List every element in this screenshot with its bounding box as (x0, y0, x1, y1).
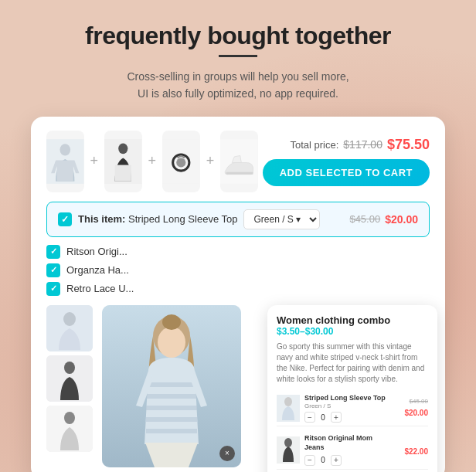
selected-item-label: This item: Striped Long Sleeve Top (78, 213, 237, 225)
selected-old-price: $45.00 (349, 213, 380, 225)
svg-point-18 (162, 314, 181, 330)
new-total-price: $75.50 (387, 137, 430, 153)
products-row: + + + (46, 131, 430, 192)
selected-item-prices: $45.00 $20.00 (349, 213, 418, 226)
old-total-price: $117.00 (343, 138, 382, 151)
svg-point-7 (176, 158, 185, 167)
main-product-image: × (102, 305, 241, 467)
selected-new-price: $20.00 (385, 213, 418, 226)
plus-icon-2: + (147, 153, 158, 169)
combo-item-name-2: Ritson Original Mom Jeans (304, 434, 393, 452)
combo-price-range: $3.50–$30.00 (277, 326, 428, 337)
combo-new-price-1: $20.00 (404, 409, 428, 417)
product-thumb-3 (162, 131, 200, 192)
small-thumb-1 (46, 305, 93, 351)
list-checkbox-2[interactable] (46, 263, 60, 277)
qty-minus-1[interactable]: − (304, 412, 315, 423)
combo-item-variant-1: Green / S (304, 402, 393, 409)
item-list: Ritson Origi... Organza Ha... Retro Lace… (46, 245, 430, 296)
combo-title: Women clothing combo (277, 314, 428, 326)
combo-item-info-1: Striped Long Sleeve Top Green / S − 0 + (304, 394, 393, 423)
add-selected-to-cart-button[interactable]: ADD SELECTED TO CART (263, 159, 430, 186)
variant-select[interactable]: Green / S ▾ Green / M Blue / S (243, 209, 320, 229)
product-thumb-1 (46, 131, 84, 192)
qty-plus-2[interactable]: + (331, 455, 342, 466)
product-images-column (46, 305, 94, 467)
combo-new-price-2: $22.00 (404, 447, 428, 456)
page-subtitle: Cross-selling in groups will help you se… (127, 68, 348, 103)
main-card: + + + (31, 117, 445, 472)
svg-point-22 (284, 438, 292, 447)
combo-description: Go sporty this summer with this vintage … (277, 341, 428, 385)
combo-item-thumb-2 (277, 436, 300, 464)
svg-rect-4 (115, 165, 131, 181)
product-thumb-4 (220, 131, 258, 192)
list-item: Retro Lace U... (46, 282, 430, 296)
total-price-row: Total price: $117.00 $75.50 (290, 137, 430, 153)
combo-item-info-2: Ritson Original Mom Jeans − 0 + (304, 434, 393, 465)
page-title: frequently bought together (85, 22, 391, 50)
svg-point-10 (63, 312, 76, 326)
list-item-name-2: Organza Ha... (66, 264, 129, 276)
combo-item: Striped Long Sleeve Top Green / S − 0 + … (277, 391, 428, 427)
small-thumb-2 (46, 355, 93, 402)
title-underline (219, 55, 257, 57)
list-item-name-3: Retro Lace U... (66, 283, 134, 294)
combo-item-price-1: $45.00 $20.00 (397, 398, 428, 419)
total-label: Total price: (290, 139, 338, 151)
list-item-name-1: Ritson Origi... (66, 246, 128, 257)
combo-item-price-2: $22.00 (397, 443, 428, 457)
price-cart-area: Total price: $117.00 $75.50 ADD SELECTED… (263, 137, 430, 186)
svg-point-14 (64, 412, 75, 424)
combo-item-name-1: Striped Long Sleeve Top (304, 394, 393, 403)
combo-item-qty-1: − 0 + (304, 412, 393, 423)
combo-item-qty-2: − 0 + (304, 455, 393, 466)
list-item: Organza Ha... (46, 263, 430, 277)
combo-item-thumb-1 (277, 395, 300, 422)
combo-item: Ritson Original Mom Jeans − 0 + $22.00 (277, 431, 428, 469)
qty-minus-2[interactable]: − (304, 455, 315, 466)
qty-value-1: 0 (318, 413, 328, 422)
product-thumb-2 (104, 131, 142, 192)
selected-item-row: This item: Striped Long Sleeve Top Green… (46, 202, 430, 237)
selected-checkbox[interactable] (58, 212, 72, 226)
combo-items-list: Striped Long Sleeve Top Green / S − 0 + … (277, 391, 428, 472)
svg-point-1 (60, 144, 70, 155)
list-checkbox-3[interactable] (46, 282, 60, 296)
qty-plus-1[interactable]: + (331, 412, 342, 423)
svg-point-12 (64, 362, 75, 374)
qty-value-2: 0 (318, 456, 328, 464)
bottom-area: × Women clothing combo $3.50–$30.00 Go s… (46, 305, 430, 467)
list-checkbox-1[interactable] (46, 245, 60, 259)
close-image-button[interactable]: × (219, 446, 235, 461)
list-item: Ritson Origi... (46, 245, 430, 259)
overlay-card: Women clothing combo $3.50–$30.00 Go spo… (267, 305, 437, 472)
plus-icon-3: + (205, 153, 216, 169)
small-thumb-3 (46, 406, 93, 452)
svg-point-3 (118, 143, 128, 154)
svg-point-17 (158, 327, 185, 358)
plus-icon-1: + (89, 153, 100, 169)
svg-point-20 (284, 397, 292, 406)
combo-old-price-1: $45.00 (397, 398, 428, 405)
